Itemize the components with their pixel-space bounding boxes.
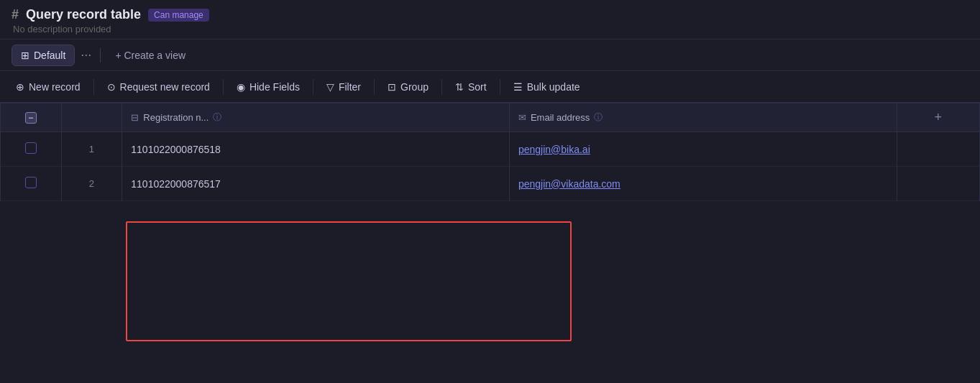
new-record-label: New record — [29, 81, 81, 93]
th-add-col[interactable]: + — [897, 103, 979, 132]
toolbar-divider-1 — [93, 79, 94, 95]
filter-label: Filter — [339, 81, 361, 93]
email-info-icon[interactable]: ⓘ — [594, 111, 603, 124]
email-col-icon: ✉ — [518, 112, 526, 123]
row-extra-2 — [897, 167, 979, 201]
toolbar: ⊕ New record ⊙ Request new record ◉ Hide… — [0, 71, 980, 103]
toolbar-divider-4 — [374, 79, 375, 95]
tab-default-label: Default — [34, 50, 65, 61]
row-checkbox-1[interactable] — [25, 142, 37, 154]
toolbar-divider-2 — [223, 79, 224, 95]
hide-fields-button[interactable]: ◉ Hide Fields — [226, 77, 310, 97]
group-icon: ⊡ — [388, 81, 396, 93]
row-checkbox-2[interactable] — [25, 177, 37, 188]
table-row: 2 1101022000876517 pengjin@vikadata.com — [1, 167, 980, 201]
row-extra-1 — [897, 132, 979, 167]
email-link-2[interactable]: pengjin@vikadata.com — [518, 178, 620, 190]
tab-more-button[interactable]: ··· — [78, 47, 94, 63]
person-icon: ⊙ — [107, 81, 116, 93]
table-wrapper: − ⊟ Registration n... ⓘ ✉ Email address — [0, 103, 980, 201]
th-select-all[interactable]: − — [1, 103, 62, 132]
tabs-bar: ⊞ Default ··· + Create a view — [0, 40, 980, 71]
request-new-record-button[interactable]: ⊙ Request new record — [97, 77, 220, 97]
create-view-button[interactable]: + Create a view — [106, 45, 194, 65]
table-body: 1 1101022000876518 pengjin@bika.ai 2 110… — [1, 132, 980, 201]
row-checkbox-cell[interactable] — [1, 167, 62, 201]
page-title: Query record table — [26, 7, 141, 22]
registration-info-icon[interactable]: ⓘ — [213, 111, 221, 124]
hash-symbol: # — [12, 7, 19, 22]
table-row: 1 1101022000876518 pengjin@bika.ai — [1, 132, 980, 167]
filter-icon: ▽ — [326, 81, 334, 93]
toolbar-divider-5 — [441, 79, 442, 95]
row-num-2: 2 — [61, 167, 122, 201]
th-email: ✉ Email address ⓘ — [509, 103, 897, 132]
select-all-checkbox[interactable]: − — [25, 112, 37, 124]
bulk-update-label: Bulk update — [527, 81, 580, 93]
th-registration: ⊟ Registration n... ⓘ — [122, 103, 510, 132]
filter-button[interactable]: ▽ Filter — [316, 77, 371, 97]
new-record-button[interactable]: ⊕ New record — [6, 77, 91, 97]
row-num-1: 1 — [61, 132, 122, 167]
list-icon: ☰ — [513, 81, 523, 93]
row-email-1[interactable]: pengjin@bika.ai — [509, 132, 897, 167]
page-header: # Query record table Can manage No descr… — [0, 0, 980, 40]
th-row-num — [61, 103, 122, 132]
plus-circle-icon: ⊕ — [16, 81, 24, 93]
data-table: − ⊟ Registration n... ⓘ ✉ Email address — [0, 103, 980, 201]
row-checkbox-cell[interactable] — [1, 132, 62, 167]
toolbar-divider-3 — [313, 79, 313, 95]
th-registration-label: Registration n... — [143, 112, 209, 123]
table-icon: ⊞ — [21, 50, 29, 61]
selection-highlight — [126, 221, 572, 341]
email-link-1[interactable]: pengjin@bika.ai — [518, 144, 590, 155]
bulk-update-button[interactable]: ☰ Bulk update — [503, 77, 590, 97]
text-col-icon: ⊟ — [131, 112, 139, 123]
add-column-icon[interactable]: + — [935, 110, 943, 124]
table-header-row: − ⊟ Registration n... ⓘ ✉ Email address — [1, 103, 980, 132]
group-label: Group — [400, 81, 429, 93]
tab-separator — [100, 48, 101, 63]
sort-button[interactable]: ⇅ Sort — [445, 77, 497, 97]
row-reg-1: 1101022000876518 — [122, 132, 510, 167]
request-new-record-label: Request new record — [120, 81, 210, 93]
group-button[interactable]: ⊡ Group — [377, 77, 439, 97]
row-email-2[interactable]: pengjin@vikadata.com — [509, 167, 897, 201]
sort-label: Sort — [468, 81, 487, 93]
sort-icon: ⇅ — [455, 81, 464, 93]
row-reg-2: 1101022000876517 — [122, 167, 510, 201]
hide-fields-label: Hide Fields — [249, 81, 300, 93]
th-email-label: Email address — [531, 112, 590, 123]
eye-icon: ◉ — [237, 81, 245, 93]
tab-default[interactable]: ⊞ Default — [12, 45, 75, 66]
page-description: No description provided — [13, 24, 968, 34]
can-manage-badge: Can manage — [148, 9, 209, 22]
toolbar-divider-6 — [500, 79, 500, 95]
